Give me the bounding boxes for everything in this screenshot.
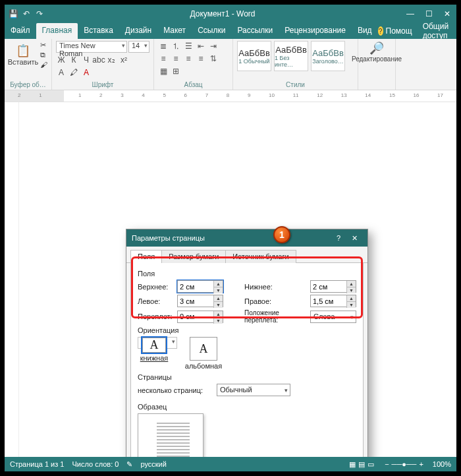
save-icon[interactable]: 💾 <box>9 9 18 18</box>
multipage-select[interactable]: Обычный <box>217 384 290 396</box>
dialog-title-bar[interactable]: Параметры страницы ? ✕ <box>126 229 367 247</box>
tab-view[interactable]: Вид <box>352 23 378 39</box>
status-proof-icon[interactable]: ✎ <box>126 460 132 469</box>
subscript-icon[interactable]: x₂ <box>106 55 117 65</box>
superscript-icon[interactable]: x² <box>119 55 129 65</box>
strike-icon[interactable]: abc <box>94 55 104 65</box>
shading-icon[interactable]: ▦ <box>158 66 169 76</box>
undo-icon[interactable]: ↶ <box>22 9 31 18</box>
view-buttons[interactable]: ▦▤▭ <box>348 460 375 469</box>
tab-file[interactable]: Файл <box>5 23 36 39</box>
group-label-clipboard: Буфер об… <box>9 81 47 88</box>
multipage-label: несколько страниц: <box>138 386 217 394</box>
ribbon: 📋 Вставить ✂ ⧉ 🖌 Буфер об… Times New Rom… <box>5 39 456 90</box>
status-bar: Страница 1 из 1 Число слов: 0 ✎ русский … <box>5 457 456 471</box>
style-nospacing[interactable]: АаБбВв1 Без инте… <box>274 41 308 71</box>
maximize-icon[interactable]: ☐ <box>420 9 438 18</box>
zoom-level[interactable]: 100% <box>433 460 451 468</box>
status-language[interactable]: русский <box>140 460 166 468</box>
indent-dec-icon[interactable]: ⇤ <box>196 41 206 51</box>
indent-inc-icon[interactable]: ⇥ <box>208 41 219 51</box>
sample-preview <box>138 413 203 457</box>
orientation-portrait[interactable]: Aкнижная <box>138 337 177 349</box>
style-normal[interactable]: АаБбВв1 Обычный <box>237 41 271 71</box>
multilevel-icon[interactable]: ☰ <box>183 41 194 51</box>
tab-mailings[interactable]: Рассылки <box>231 23 279 39</box>
tell-me-label[interactable]: Помощ <box>386 26 412 36</box>
group-paragraph: ≣ ⒈ ☰ ⇤ ⇥ ≡ ≡ ≡ ≡ ⇅ ▦ ⊞ Абзац <box>154 39 233 90</box>
title-bar: 💾 ↶ ↷ Документ1 - Word — ☐ ✕ <box>5 5 456 23</box>
numbering-icon[interactable]: ⒈ <box>171 41 181 51</box>
document-area[interactable]: Параметры страницы ? ✕ Поля Размер бумаг… <box>5 102 456 457</box>
editing-button[interactable]: 🔎 Редактирование <box>362 41 391 63</box>
dialog-title: Параметры страницы <box>132 234 205 242</box>
tell-me-icon[interactable]: ? <box>378 26 383 36</box>
copy-icon[interactable]: ⧉ <box>40 51 47 59</box>
highlight-icon[interactable]: 🖍 <box>68 67 79 78</box>
font-size-select[interactable]: 14 <box>128 41 149 53</box>
style-heading1[interactable]: АаБбВвЗаголово… <box>311 41 345 71</box>
align-right-icon[interactable]: ≡ <box>183 53 194 64</box>
tab-insert[interactable]: Вставка <box>78 23 119 39</box>
line-spacing-icon[interactable]: ⇅ <box>208 53 219 64</box>
paste-button[interactable]: 📋 Вставить <box>9 41 38 69</box>
paste-icon: 📋 <box>16 44 30 58</box>
quick-access-toolbar: 💾 ↶ ↷ <box>9 9 44 18</box>
group-font: Times New Roman 14 Ж К Ч abc x₂ x² A 🖍 A <box>52 39 154 90</box>
align-center-icon[interactable]: ≡ <box>171 53 181 64</box>
minimize-icon[interactable]: — <box>401 9 420 18</box>
redo-icon[interactable]: ↷ <box>35 9 44 18</box>
tab-layout[interactable]: Макет <box>157 23 192 39</box>
tab-design[interactable]: Дизайн <box>119 23 157 39</box>
tab-home[interactable]: Главная <box>36 23 78 39</box>
close-icon[interactable]: ✕ <box>438 9 456 18</box>
justify-icon[interactable]: ≡ <box>196 53 206 64</box>
section-pages-label: Страницы <box>138 373 356 381</box>
ribbon-tabs: Файл Главная Вставка Дизайн Макет Ссылки… <box>5 23 456 39</box>
font-color-icon[interactable]: A <box>81 67 92 78</box>
align-left-icon[interactable]: ≡ <box>158 53 169 64</box>
zoom-controls[interactable]: −──●──+ <box>383 460 425 468</box>
window-controls: — ☐ ✕ <box>401 9 456 18</box>
annotation-frame-1 <box>131 256 363 318</box>
horizontal-ruler[interactable]: 21 123 456 789 101112 131415 1617 <box>5 90 456 102</box>
document-title: Документ1 - Word <box>44 9 401 18</box>
font-name-select[interactable]: Times New Roman <box>56 41 127 53</box>
bullets-icon[interactable]: ≣ <box>158 41 169 51</box>
cut-icon[interactable]: ✂ <box>40 41 47 49</box>
status-words[interactable]: Число слов: 0 <box>72 460 119 468</box>
borders-icon[interactable]: ⊞ <box>171 66 181 76</box>
text-effects-icon[interactable]: A <box>56 67 67 78</box>
section-sample-label: Образец <box>138 403 356 411</box>
group-label-paragraph: Абзац <box>158 81 229 88</box>
section-orientation-label: Ориентация <box>138 326 356 334</box>
group-clipboard: 📋 Вставить ✂ ⧉ 🖌 Буфер об… <box>5 39 52 90</box>
orientation-landscape[interactable]: Aальбомная <box>184 337 223 371</box>
status-page[interactable]: Страница 1 из 1 <box>10 460 64 468</box>
dialog-help-icon[interactable]: ? <box>331 234 346 242</box>
callout-1: 1 <box>273 226 290 243</box>
share-button[interactable]: Общий доступ <box>423 22 453 40</box>
group-label-font: Шрифт <box>56 81 149 88</box>
tab-references[interactable]: Ссылки <box>192 23 231 39</box>
dialog-close-icon[interactable]: ✕ <box>346 234 362 243</box>
tab-review[interactable]: Рецензирование <box>279 23 352 39</box>
group-editing: 🔎 Редактирование <box>358 39 396 90</box>
format-painter-icon[interactable]: 🖌 <box>40 61 47 69</box>
group-label-styles: Стили <box>237 81 354 88</box>
group-styles: АаБбВв1 Обычный АаБбВв1 Без инте… АаБбВв… <box>233 39 358 90</box>
find-icon: 🔎 <box>369 41 384 55</box>
